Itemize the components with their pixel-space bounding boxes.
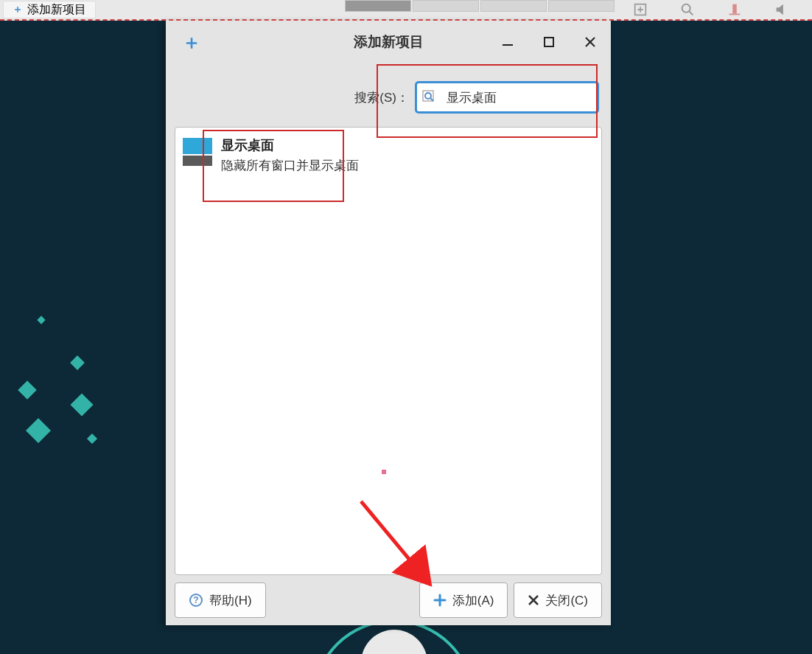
plus-icon xyxy=(433,594,447,607)
maximize-button[interactable] xyxy=(540,33,558,51)
close-button-label: 关闭(C) xyxy=(545,592,588,609)
system-tray xyxy=(632,1,812,18)
tray-icon[interactable] xyxy=(632,1,648,18)
audio-tray-icon[interactable] xyxy=(774,1,790,18)
button-bar: ? 帮助(H) 添加(A) 关闭(C) xyxy=(175,575,602,618)
search-label: 搜索(S)： xyxy=(354,89,409,106)
taskbar-app-label: 添加新项目 xyxy=(27,2,86,18)
close-button[interactable] xyxy=(581,33,599,51)
add-button-label: 添加(A) xyxy=(452,592,494,609)
svg-text:?: ? xyxy=(193,595,198,605)
close-dialog-button[interactable]: 关闭(C) xyxy=(514,582,602,618)
tray-icon-red[interactable] xyxy=(727,1,743,18)
window-controls xyxy=(499,33,599,51)
help-button[interactable]: ? 帮助(H) xyxy=(175,582,266,618)
svg-rect-4 xyxy=(503,44,513,46)
minimize-button[interactable] xyxy=(499,33,517,51)
workspace-thumb[interactable] xyxy=(548,0,615,12)
add-item-dialog: ＋ 添加新项目 搜索(S)： xyxy=(166,21,611,625)
taskbar-workspace-thumbs xyxy=(345,0,617,12)
taskbar: ＋ 添加新项目 xyxy=(0,0,812,21)
workspace-thumb[interactable] xyxy=(345,0,411,12)
wallpaper-diamond xyxy=(70,393,93,416)
wallpaper-diamond xyxy=(18,380,36,399)
wallpaper-diamond xyxy=(26,418,51,443)
search-row: 搜索(S)： xyxy=(175,63,602,127)
search-input-wrap xyxy=(415,81,599,114)
help-icon: ? xyxy=(189,593,203,608)
search-tray-icon[interactable] xyxy=(679,1,696,18)
list-item-texts: 显示桌面 隐藏所有窗口并显示桌面 xyxy=(221,136,359,174)
list-item-description: 隐藏所有窗口并显示桌面 xyxy=(221,157,359,174)
plus-icon: ＋ xyxy=(182,29,201,55)
window-title: 添加新项目 xyxy=(354,32,424,52)
svg-rect-3 xyxy=(732,4,737,14)
search-input[interactable] xyxy=(415,81,599,114)
dialog-body: 搜索(S)： 显示桌面 隐藏所有窗口并显示桌面 xyxy=(166,63,611,625)
titlebar[interactable]: ＋ 添加新项目 xyxy=(166,21,611,63)
add-button[interactable]: 添加(A) xyxy=(419,582,508,618)
svg-rect-2 xyxy=(729,14,741,15)
wallpaper-diamond xyxy=(37,316,45,324)
svg-rect-5 xyxy=(545,38,553,46)
search-icon xyxy=(422,90,437,105)
wallpaper-diamond xyxy=(87,434,97,444)
taskbar-app-button[interactable]: ＋ 添加新项目 xyxy=(3,1,96,18)
close-icon xyxy=(528,594,539,606)
list-item-title: 显示桌面 xyxy=(221,136,359,154)
show-desktop-icon xyxy=(183,138,212,167)
items-list[interactable]: 显示桌面 隐藏所有窗口并显示桌面 xyxy=(175,127,602,575)
help-button-label: 帮助(H) xyxy=(209,592,252,609)
workspace-thumb[interactable] xyxy=(480,0,547,12)
workspace-thumb[interactable] xyxy=(413,0,479,12)
list-item[interactable]: 显示桌面 隐藏所有窗口并显示桌面 xyxy=(175,128,601,183)
wallpaper-diamond xyxy=(70,355,85,370)
svg-point-1 xyxy=(682,4,690,13)
svg-point-7 xyxy=(425,93,431,99)
plus-icon: ＋ xyxy=(13,3,23,16)
